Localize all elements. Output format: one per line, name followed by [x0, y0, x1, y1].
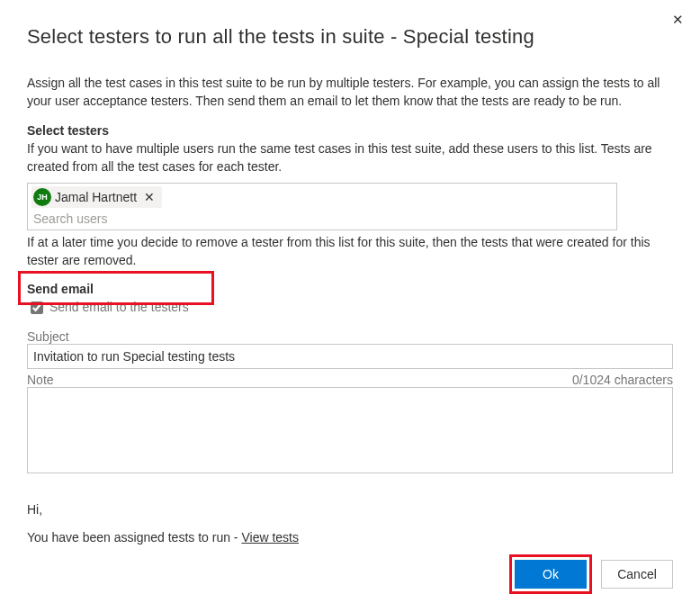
subject-label: Subject	[27, 329, 673, 344]
char-count: 0/1024 characters	[572, 373, 673, 387]
note-textarea[interactable]	[27, 387, 673, 473]
select-testers-heading: Select testers	[27, 123, 673, 138]
tester-picker[interactable]: JH Jamal Hartnett ✕	[27, 183, 617, 230]
preview-body: You have been assigned tests to run -	[27, 530, 241, 544]
select-testers-help: If you want to have multiple users run t…	[27, 140, 673, 176]
send-email-checkbox-label: Send email to the testers	[49, 300, 189, 314]
ok-button[interactable]: Ok	[515, 560, 587, 589]
send-email-heading: Send email	[27, 282, 673, 296]
dialog-actions: Ok Cancel	[509, 554, 673, 594]
subject-input[interactable]	[27, 344, 673, 369]
search-users-input[interactable]	[31, 210, 613, 226]
send-email-checkbox[interactable]	[31, 302, 43, 314]
cancel-button[interactable]: Cancel	[601, 560, 673, 589]
remove-tester-icon[interactable]: ✕	[142, 190, 157, 204]
tester-chip[interactable]: JH Jamal Hartnett ✕	[31, 186, 162, 208]
email-preview: Hi, You have been assigned tests to run …	[27, 496, 673, 552]
dialog-description: Assign all the test cases in this test s…	[27, 74, 673, 111]
removal-note: If at a later time you decide to remove …	[27, 234, 673, 269]
dialog-title: Select testers to run all the tests in s…	[27, 25, 673, 49]
note-label: Note	[27, 373, 54, 387]
highlight-annotation: Ok	[509, 554, 592, 594]
preview-greeting: Hi,	[27, 496, 673, 524]
view-tests-link[interactable]: View tests	[241, 530, 299, 544]
avatar: JH	[33, 188, 51, 206]
close-icon[interactable]: ✕	[669, 9, 687, 30]
tester-chip-name: Jamal Hartnett	[55, 190, 137, 204]
